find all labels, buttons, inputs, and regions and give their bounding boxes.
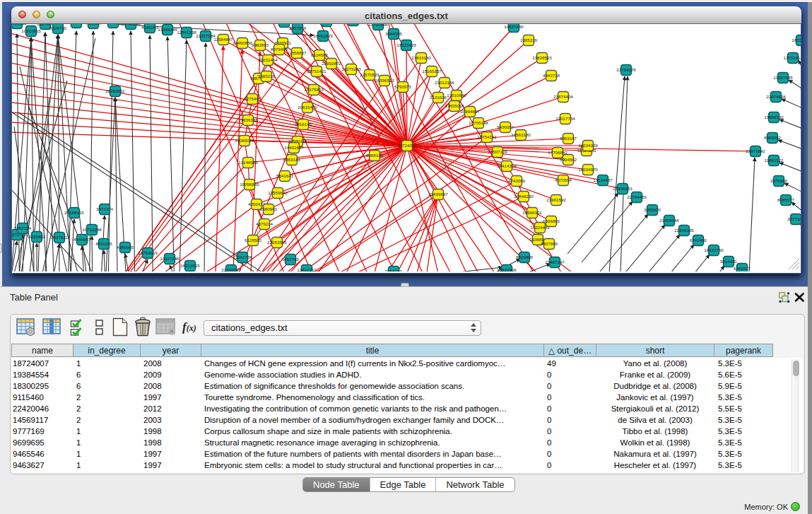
svg-text:18992829: 18992829 [313, 33, 333, 38]
svg-text:20615450: 20615450 [298, 105, 317, 110]
svg-text:22570529: 22570529 [360, 72, 379, 77]
svg-text:19085076: 19085076 [235, 138, 254, 143]
svg-text:22992872: 22992872 [322, 61, 341, 66]
svg-text:13421212: 13421212 [297, 267, 317, 271]
svg-text:5793975: 5793975 [394, 84, 412, 89]
svg-text:16213925: 16213925 [180, 263, 200, 268]
svg-text:3677374: 3677374 [96, 206, 114, 211]
svg-text:4112034: 4112034 [105, 24, 122, 25]
svg-text:21754078: 21754078 [616, 67, 636, 72]
svg-text:4389045: 4389045 [117, 245, 134, 250]
svg-text:15165337: 15165337 [422, 69, 442, 74]
svg-text:2077105: 2077105 [787, 216, 801, 221]
svg-text:2876966: 2876966 [770, 178, 788, 183]
svg-text:22306335: 22306335 [674, 228, 694, 233]
svg-text:8224730: 8224730 [49, 25, 67, 30]
svg-text:3644095: 3644095 [385, 31, 403, 36]
svg-text:12416912: 12416912 [12, 24, 27, 25]
svg-text:3395870: 3395870 [644, 207, 661, 212]
svg-text:8811165: 8811165 [95, 241, 112, 246]
svg-text:18034339: 18034339 [578, 143, 598, 148]
svg-text:6482877: 6482877 [734, 266, 751, 271]
svg-text:6457765: 6457765 [282, 257, 300, 262]
svg-text:14401657: 14401657 [284, 145, 304, 150]
svg-text:5685216: 5685216 [258, 74, 276, 78]
svg-text:22507109: 22507109 [488, 149, 507, 154]
svg-text:8646997: 8646997 [73, 237, 91, 242]
svg-text:14275203: 14275203 [341, 66, 361, 71]
svg-text:14460856: 14460856 [233, 40, 252, 45]
svg-text:4429607: 4429607 [85, 24, 102, 25]
svg-text:8685577: 8685577 [777, 197, 795, 202]
svg-text:7452134: 7452134 [14, 226, 32, 230]
svg-text:9275445: 9275445 [244, 96, 261, 101]
svg-text:11881122: 11881122 [765, 158, 784, 163]
svg-text:12920906: 12920906 [497, 267, 517, 271]
svg-text:21981592: 21981592 [546, 197, 566, 202]
svg-text:22439587: 22439587 [428, 192, 448, 197]
svg-text:10057945: 10057945 [773, 75, 793, 80]
svg-text:18096865: 18096865 [240, 182, 259, 187]
svg-text:9436057: 9436057 [497, 124, 514, 129]
svg-text:23874404: 23874404 [553, 94, 573, 99]
svg-text:4843718: 4843718 [543, 73, 560, 78]
svg-text:18034970: 18034970 [578, 167, 598, 172]
svg-text:4245263: 4245263 [141, 25, 159, 30]
svg-text:4570554: 4570554 [555, 177, 572, 182]
svg-text:13701506: 13701506 [368, 24, 388, 27]
svg-text:13754919: 13754919 [138, 250, 158, 255]
svg-text:21012166: 21012166 [435, 80, 454, 85]
svg-text:12294238: 12294238 [66, 24, 86, 25]
svg-text:6128503: 6128503 [245, 238, 262, 243]
svg-text:23971842: 23971842 [746, 148, 765, 153]
svg-text:21439044: 21439044 [659, 218, 679, 223]
svg-text:11584847: 11584847 [213, 37, 233, 42]
svg-text:19017734: 19017734 [555, 116, 575, 121]
svg-text:22330030: 22330030 [221, 267, 241, 271]
svg-text:20031404: 20031404 [258, 57, 278, 62]
svg-text:18724007: 18724007 [397, 143, 417, 148]
svg-text:13732411: 13732411 [783, 55, 801, 60]
svg-text:13805018: 13805018 [445, 103, 464, 108]
svg-text:13134457: 13134457 [593, 177, 613, 182]
svg-text:19523409: 19523409 [396, 42, 416, 47]
svg-text:9214491: 9214491 [720, 259, 738, 264]
svg-text:8029889: 8029889 [516, 255, 534, 259]
svg-text:10327246: 10327246 [160, 256, 180, 261]
svg-text:8079409: 8079409 [271, 47, 288, 52]
svg-text:23936053: 23936053 [613, 186, 632, 191]
svg-text:10848230: 10848230 [514, 194, 534, 199]
svg-text:5641643: 5641643 [276, 173, 294, 178]
svg-text:2580963: 2580963 [260, 206, 278, 211]
svg-text:11558837: 11558837 [287, 50, 307, 55]
svg-text:15588301: 15588301 [522, 210, 542, 215]
svg-text:3333883: 3333883 [28, 234, 46, 239]
svg-text:15375853: 15375853 [304, 87, 324, 92]
svg-text:20994697: 20994697 [460, 109, 480, 114]
svg-text:23833160: 23833160 [411, 55, 431, 60]
svg-text:16705148: 16705148 [469, 120, 488, 125]
svg-text:18922760: 18922760 [704, 247, 724, 252]
svg-text:16396513: 16396513 [375, 78, 394, 83]
svg-text:9958289: 9958289 [385, 269, 403, 271]
svg-text:4743069: 4743069 [508, 178, 526, 183]
svg-text:3131636: 3131636 [430, 95, 447, 100]
svg-text:1385239: 1385239 [520, 37, 538, 42]
svg-text:10837430: 10837430 [504, 24, 524, 29]
svg-text:23188315: 23188315 [64, 210, 84, 215]
svg-text:21257684: 21257684 [196, 33, 216, 38]
svg-text:19688132: 19688132 [764, 115, 784, 119]
svg-text:23826523: 23826523 [532, 55, 552, 60]
svg-text:17559643: 17559643 [268, 190, 288, 195]
svg-text:13910648: 13910648 [447, 93, 466, 98]
svg-text:17751421: 17751421 [307, 69, 326, 74]
svg-text:13146585: 13146585 [238, 160, 258, 165]
svg-text:4679214: 4679214 [256, 221, 273, 226]
svg-text:12541238: 12541238 [177, 30, 196, 35]
svg-text:19836388: 19836388 [238, 117, 258, 122]
svg-text:10710248: 10710248 [82, 227, 102, 232]
svg-text:22093651: 22093651 [105, 88, 125, 93]
svg-text:16510878: 16510878 [792, 37, 801, 42]
svg-text:8369062: 8369062 [764, 135, 782, 140]
svg-text:8134562: 8134562 [311, 52, 329, 57]
